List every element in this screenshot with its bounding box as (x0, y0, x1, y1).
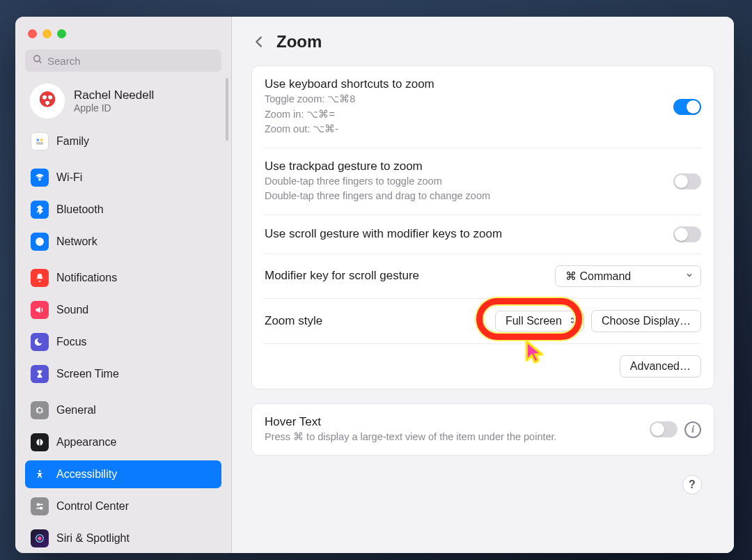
sidebar-item-label: Family (56, 135, 89, 148)
sidebar-item-label: Accessibility (56, 468, 117, 481)
trackpad-gesture-toggle[interactable] (673, 173, 701, 189)
appearance-icon (31, 433, 49, 451)
row-advanced: Advanced… (265, 344, 701, 389)
sidebar-item-label: General (56, 404, 96, 417)
network-icon (31, 233, 49, 251)
gear-icon (31, 401, 49, 419)
minimize-window-button[interactable] (42, 29, 52, 38)
chevron-updown-icon (568, 315, 577, 327)
search-input[interactable] (47, 55, 214, 67)
hover-text-toggle[interactable] (650, 421, 677, 437)
help-button[interactable]: ? (682, 475, 702, 495)
sidebar-item-label: Network (56, 235, 97, 248)
sidebar-item-screen-time[interactable]: Screen Time (25, 360, 221, 388)
sidebar-item-sound[interactable]: Sound (25, 296, 221, 324)
fullscreen-window-button[interactable] (57, 29, 66, 38)
sidebar-item-general[interactable]: General (25, 396, 221, 424)
back-button[interactable] (251, 34, 267, 49)
moon-icon (31, 333, 49, 351)
sidebar-item-label: Focus (56, 336, 87, 348)
zoom-settings-panel: Use keyboard shortcuts to zoom Toggle zo… (251, 65, 714, 389)
sidebar-item-label: Screen Time (56, 368, 119, 380)
apple-id-row[interactable]: Rachel Needell Apple ID (25, 76, 221, 123)
sidebar-item-label: Wi-Fi (56, 171, 82, 184)
window-controls (25, 25, 221, 45)
choose-display-button[interactable]: Choose Display… (591, 310, 701, 332)
row-title: Modifier key for scroll gesture (265, 269, 419, 283)
row-sub: Zoom out: ⌥⌘- (265, 123, 434, 137)
sidebar-item-accessibility[interactable]: Accessibility (25, 460, 221, 488)
speaker-icon (31, 301, 49, 319)
sidebar: Rachel Needell Apple ID Family Wi-Fi Blu… (15, 17, 232, 553)
row-sub: Double-tap three fingers and drag to cha… (265, 189, 490, 203)
sidebar-item-family[interactable]: Family (25, 127, 221, 155)
bell-icon (31, 269, 49, 287)
sidebar-item-label: Siri & Spotlight (56, 532, 130, 545)
sidebar-item-network[interactable]: Network (25, 228, 221, 256)
hover-text-panel: Hover Text Press ⌘ to display a large-te… (251, 403, 714, 456)
sidebar-item-focus[interactable]: Focus (25, 328, 221, 356)
row-scroll-gesture: Use scroll gesture with modifier keys to… (265, 215, 701, 254)
accessibility-icon (31, 465, 49, 483)
row-title: Use keyboard shortcuts to zoom (265, 77, 434, 91)
svg-point-5 (39, 179, 40, 180)
sliders-icon (31, 497, 49, 515)
row-sub: Toggle zoom: ⌥⌘8 (265, 93, 434, 107)
sidebar-item-label: Bluetooth (56, 203, 104, 216)
row-sub: Press ⌘ to display a large-text view of … (265, 430, 557, 444)
system-settings-window: Rachel Needell Apple ID Family Wi-Fi Blu… (15, 17, 734, 553)
row-hover-text: Hover Text Press ⌘ to display a large-te… (265, 404, 701, 456)
sidebar-item-wifi[interactable]: Wi-Fi (25, 164, 221, 192)
row-title: Use scroll gesture with modifier keys to… (265, 227, 502, 241)
bluetooth-icon (31, 201, 49, 219)
sidebar-item-label: Appearance (56, 436, 116, 449)
row-zoom-style: Zoom style Full Screen Choose Display… (265, 299, 701, 344)
sidebar-item-label: Control Center (56, 500, 129, 513)
sidebar-item-bluetooth[interactable]: Bluetooth (25, 196, 221, 224)
svg-point-10 (38, 504, 40, 506)
select-value: Full Screen (506, 315, 562, 327)
svg-line-1 (39, 61, 41, 63)
sidebar-item-label: Notifications (56, 272, 117, 284)
svg-point-2 (36, 139, 39, 141)
svg-rect-4 (36, 142, 44, 145)
hourglass-icon (31, 365, 49, 383)
row-sub: Zoom in: ⌥⌘= (265, 108, 434, 122)
sidebar-item-notifications[interactable]: Notifications (25, 264, 221, 292)
advanced-button[interactable]: Advanced… (620, 355, 701, 378)
sidebar-item-label: Sound (56, 304, 88, 316)
search-field[interactable] (25, 49, 221, 72)
info-icon[interactable]: i (684, 421, 701, 438)
select-value: ⌘ Command (565, 270, 631, 283)
family-icon (31, 132, 49, 150)
row-title: Use trackpad gesture to zoom (265, 160, 490, 173)
siri-icon (31, 529, 49, 547)
content-header: Zoom (251, 26, 714, 65)
close-window-button[interactable] (28, 29, 37, 38)
sidebar-item-siri-spotlight[interactable]: Siri & Spotlight (25, 524, 221, 552)
row-sub: Double-tap three fingers to toggle zoom (265, 175, 490, 189)
content-pane: Zoom Use keyboard shortcuts to zoom Togg… (232, 17, 734, 553)
scroll-gesture-toggle[interactable] (673, 226, 701, 242)
search-icon (32, 54, 43, 68)
modifier-key-select[interactable]: ⌘ Command (555, 265, 701, 287)
row-title: Zoom style (265, 314, 322, 328)
svg-point-3 (40, 139, 43, 141)
avatar (29, 83, 65, 119)
svg-point-14 (38, 536, 41, 540)
wifi-icon (31, 169, 49, 187)
svg-point-12 (40, 507, 42, 509)
chevron-down-icon (685, 270, 694, 282)
user-sub: Apple ID (74, 102, 154, 114)
zoom-style-select[interactable]: Full Screen (495, 311, 584, 332)
row-title: Hover Text (265, 415, 557, 429)
sidebar-item-appearance[interactable]: Appearance (25, 428, 221, 456)
sidebar-scrollbar[interactable] (226, 78, 228, 141)
row-modifier-key: Modifier key for scroll gesture ⌘ Comman… (265, 254, 701, 299)
svg-point-8 (39, 470, 41, 472)
keyboard-shortcuts-toggle[interactable] (673, 99, 701, 115)
row-trackpad-gesture: Use trackpad gesture to zoom Double-tap … (265, 148, 701, 215)
sidebar-item-control-center[interactable]: Control Center (25, 492, 221, 520)
page-title: Zoom (276, 32, 322, 52)
user-name: Rachel Needell (74, 88, 154, 102)
